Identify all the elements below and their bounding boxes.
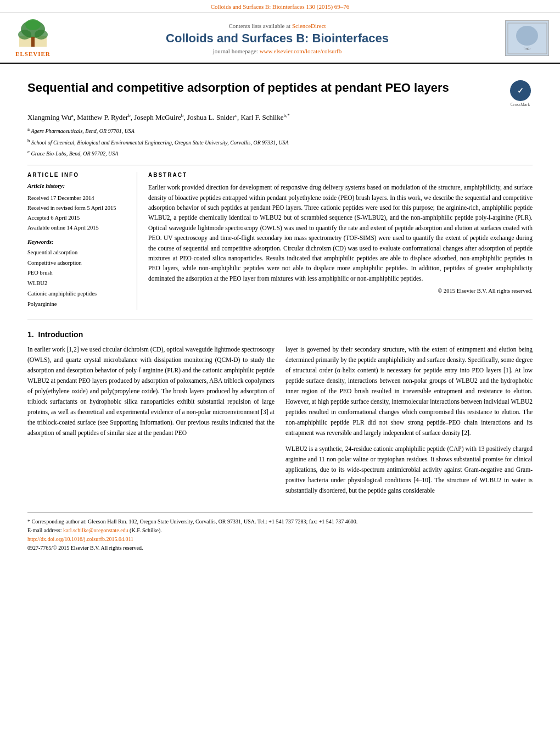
sciencedirect-line: Contents lists available at ScienceDirec… (55, 23, 500, 29)
footnote-section: * Corresponding author at: Gleeson Hall … (27, 512, 533, 553)
svg-point-3 (35, 30, 48, 40)
keyword-list: Sequential adsorption Competitive adsorp… (27, 248, 128, 310)
journal-title: Colloids and Surfaces B: Biointerfaces (55, 31, 500, 46)
article-info-heading: ARTICLE INFO (27, 172, 128, 178)
intro-right-text-2: WLBU2 is a synthetic, 24-residue cationi… (285, 444, 533, 496)
crossmark-svg: ✓ (513, 83, 528, 98)
svg-point-7 (516, 26, 538, 46)
accepted-date: Accepted 6 April 2015 (27, 213, 128, 223)
journal-reference: Colloids and Surfaces B: Biointerfaces 1… (211, 3, 350, 10)
abstract-text: Earlier work provided direction for deve… (148, 182, 533, 283)
affiliation-c: c Grace Bio-Labs, Bend, OR 97702, USA (27, 148, 533, 158)
author-xiangming: Xiangming Wua (27, 113, 74, 121)
intro-right-col: layer is governed by their secondary str… (285, 344, 533, 501)
affiliation-b: b School of Chemical, Biological and Env… (27, 137, 533, 147)
article-title: Sequential and competitive adsorption of… (27, 80, 502, 96)
abstract-heading: ABSTRACT (148, 172, 533, 178)
intro-left-text: In earlier work [1,2] we used circular d… (27, 344, 275, 438)
journal-header: ELSEVIER Contents lists available at Sci… (0, 13, 560, 64)
doi-link[interactable]: http://dx.doi.org/10.1016/j.colsurfb.201… (27, 536, 133, 542)
svg-text:✓: ✓ (517, 87, 524, 95)
keyword-1: Sequential adsorption (27, 248, 128, 258)
author-matthew: Matthew P. Ryderb (77, 113, 131, 121)
right-logo-image: logo (505, 20, 549, 56)
affiliation-a: a Agere Pharmaceuticals, Bend, OR 97701,… (27, 125, 533, 136)
elsevier-logo-section: ELSEVIER (11, 19, 55, 57)
corresponding-author-note: * Corresponding author at: Gleeson Hall … (27, 517, 533, 526)
journal-header-center: Contents lists available at ScienceDirec… (55, 23, 500, 54)
article-info-abstract: ARTICLE INFO Article history: Received 1… (27, 172, 533, 310)
email-line: E-mail address: karl.schilke@oregonstate… (27, 526, 533, 535)
svg-point-2 (18, 30, 31, 40)
author-karl: Karl F. Schilkeb,* (240, 113, 289, 121)
revised-date: Received in revised form 5 April 2015 (27, 203, 128, 213)
available-date: Available online 14 April 2015 (27, 223, 128, 233)
section-title: Introduction (38, 330, 83, 339)
abstract-col: ABSTRACT Earlier work provided direction… (148, 172, 533, 310)
affiliations: a Agere Pharmaceuticals, Bend, OR 97701,… (27, 125, 533, 158)
intro-right-text: layer is governed by their secondary str… (285, 344, 533, 438)
author-joseph: Joseph McGuireb (134, 113, 183, 121)
header-right-logo: logo (500, 20, 549, 56)
section-number: 1. (27, 330, 34, 339)
article-history-label: Article history: (27, 182, 128, 189)
crossmark-label: CrossMark (511, 102, 530, 107)
introduction-heading: 1. Introduction (27, 330, 533, 339)
crossmark-icon: ✓ (510, 80, 531, 101)
top-bar: Colloids and Surfaces B: Biointerfaces 1… (0, 0, 560, 13)
svg-text:logo: logo (523, 46, 530, 51)
author-joshua: Joshua L. Sniderc (187, 113, 237, 121)
keyword-4: WLBU2 (27, 278, 128, 289)
received-date: Received 17 December 2014 (27, 193, 128, 203)
history-items: Received 17 December 2014 Received in re… (27, 193, 128, 232)
copyright-line: © 2015 Elsevier B.V. All rights reserved… (148, 288, 533, 294)
paper-body: Sequential and competitive adsorption of… (0, 64, 560, 569)
article-title-section: Sequential and competitive adsorption of… (27, 75, 533, 107)
keyword-2: Competitive adsorption (27, 258, 128, 269)
email-author-name: (K.F. Schilke). (130, 527, 162, 533)
authors-line: Xiangming Wua, Matthew P. Ryderb, Joseph… (27, 113, 533, 122)
divider-1 (27, 165, 533, 165)
article-info-col: ARTICLE INFO Article history: Received 1… (27, 172, 137, 310)
svg-point-5 (25, 19, 41, 30)
introduction-body: In earlier work [1,2] we used circular d… (27, 344, 533, 501)
journal-homepage: journal homepage: www.elsevier.com/locat… (55, 48, 500, 54)
doi-line: http://dx.doi.org/10.1016/j.colsurfb.201… (27, 535, 533, 544)
keyword-6: Polyarginine (27, 299, 128, 310)
elsevier-label: ELSEVIER (15, 51, 51, 57)
keyword-3: PEO brush (27, 268, 128, 278)
issn-line: 0927-7765/© 2015 Elsevier B.V. All right… (27, 544, 533, 553)
sciencedirect-link[interactable]: ScienceDirect (292, 23, 326, 29)
divider-2 (27, 320, 533, 320)
journal-homepage-link[interactable]: www.elsevier.com/locate/colsurfb (260, 48, 342, 54)
svg-rect-4 (31, 37, 35, 47)
keywords-heading: Keywords: (27, 238, 128, 245)
elsevier-tree-icon (16, 19, 49, 49)
keyword-5: Cationic amphiphilic peptides (27, 289, 128, 299)
email-link[interactable]: karl.schilke@oregonstate.edu (63, 527, 128, 533)
intro-left-col: In earlier work [1,2] we used circular d… (27, 344, 275, 501)
crossmark-section: ✓ CrossMark (508, 80, 533, 107)
